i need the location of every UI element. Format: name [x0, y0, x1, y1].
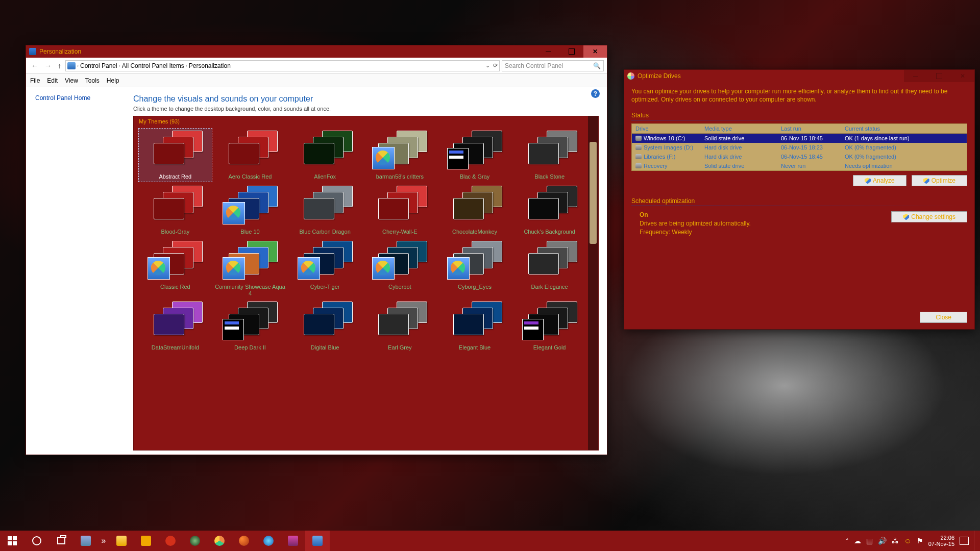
- menu-bar: File Edit View Tools Help: [26, 74, 607, 87]
- theme-item[interactable]: AlienFox: [288, 129, 361, 182]
- theme-item[interactable]: Chuck's Background: [513, 184, 586, 237]
- close-button[interactable]: [951, 70, 974, 82]
- taskbar-overflow[interactable]: »: [98, 531, 109, 551]
- help-icon[interactable]: ?: [591, 89, 600, 98]
- tray-chevron-up-icon[interactable]: ˄: [846, 538, 849, 544]
- taskbar-chrome[interactable]: [207, 531, 232, 551]
- col-drive[interactable]: Drive: [632, 124, 701, 133]
- theme-item[interactable]: Elegant Blue: [438, 299, 511, 353]
- address-bar[interactable]: › Control Panel › All Control Panel Item…: [65, 60, 500, 71]
- analyze-button[interactable]: Analyze: [853, 175, 906, 186]
- cortana-button[interactable]: [24, 531, 49, 551]
- action-center-button[interactable]: [960, 537, 969, 545]
- theme-item[interactable]: Cherry-Wall-E: [363, 184, 436, 237]
- optimize-button[interactable]: Optimize: [912, 175, 967, 186]
- theme-item[interactable]: ChocolateMonkey: [438, 184, 511, 237]
- drive-row[interactable]: System Images (D:)Hard disk drive06-Nov-…: [632, 143, 967, 152]
- task-view-button[interactable]: [49, 531, 74, 551]
- theme-item[interactable]: Deep Dark II: [214, 299, 287, 353]
- intro-text: You can optimize your drives to help you…: [631, 87, 967, 104]
- dropdown-icon[interactable]: ⌄ ⟳: [485, 62, 498, 69]
- theme-item[interactable]: DataStreamUnifold: [139, 299, 212, 353]
- theme-label: Black Stone: [534, 173, 565, 181]
- theme-item[interactable]: Blood-Gray: [139, 184, 212, 237]
- drive-row[interactable]: Windows 10 (C:)Solid state drive06-Nov-1…: [632, 134, 967, 143]
- page-subheading: Click a theme to change the desktop back…: [133, 106, 599, 112]
- menu-file[interactable]: File: [30, 77, 40, 84]
- taskbar-app-pink[interactable]: [281, 531, 305, 551]
- maximize-button[interactable]: [927, 70, 951, 82]
- tray-smiley-icon[interactable]: ☺: [904, 537, 911, 545]
- theme-item[interactable]: Cyberbot: [363, 239, 436, 297]
- up-button[interactable]: ↑: [56, 61, 63, 71]
- back-button[interactable]: ←: [29, 61, 40, 71]
- scrollbar[interactable]: [588, 116, 598, 450]
- menu-view[interactable]: View: [65, 77, 78, 84]
- taskbar-clock[interactable]: 22:06 07-Nov-15: [928, 535, 954, 547]
- search-input[interactable]: Search Control Panel 🔍: [502, 60, 604, 71]
- close-button[interactable]: ✕: [583, 45, 607, 58]
- taskbar-app-orange[interactable]: [134, 531, 158, 551]
- theme-item[interactable]: Elegant Gold: [513, 299, 586, 353]
- taskbar-app-globe[interactable]: [183, 531, 207, 551]
- theme-item[interactable]: Blac & Gray: [438, 129, 511, 182]
- theme-item[interactable]: Dark Elegance: [513, 239, 586, 297]
- menu-help[interactable]: Help: [107, 77, 119, 84]
- taskbar-ccleaner[interactable]: [158, 531, 183, 551]
- breadcrumb-item[interactable]: Control Panel: [80, 62, 117, 69]
- taskbar-file-explorer[interactable]: [109, 531, 134, 551]
- tray-safely-remove-icon[interactable]: ▤: [866, 537, 873, 545]
- theme-item[interactable]: Blue 10: [214, 184, 287, 237]
- theme-item[interactable]: Earl Grey: [363, 299, 436, 353]
- theme-item[interactable]: Black Stone: [513, 129, 586, 182]
- desktop: Personalization ✕ ← → ↑ › Control Panel …: [0, 0, 980, 551]
- theme-item[interactable]: Aero Classic Red: [214, 129, 287, 182]
- start-button[interactable]: [0, 531, 24, 551]
- tray-onedrive-icon[interactable]: ☁: [854, 537, 861, 545]
- drive-row[interactable]: RecoverySolid state driveNever runNeeds …: [632, 161, 967, 170]
- titlebar[interactable]: Personalization ✕: [26, 45, 607, 58]
- theme-label: Blue 10: [240, 229, 259, 236]
- scrollbar-thumb[interactable]: [590, 142, 597, 244]
- tray-flag-icon[interactable]: ⚑: [917, 537, 923, 545]
- theme-label: Earl Grey: [388, 344, 411, 352]
- minimize-button[interactable]: [904, 70, 927, 82]
- themes-pane: My Themes (93) Abstract RedAero Classic …: [133, 116, 599, 450]
- taskbar-recycle-bin[interactable]: [74, 531, 98, 551]
- theme-item[interactable]: Digital Blue: [288, 299, 361, 353]
- theme-item[interactable]: Community Showcase Aqua 4: [214, 239, 287, 297]
- col-media[interactable]: Media type: [701, 124, 777, 133]
- theme-item[interactable]: Cyber-Tiger: [288, 239, 361, 297]
- col-lastrun[interactable]: Last run: [777, 124, 841, 133]
- window-title: Personalization: [39, 48, 81, 55]
- titlebar[interactable]: Optimize Drives: [624, 70, 974, 82]
- maximize-button[interactable]: [560, 45, 583, 58]
- status-section: Status: [631, 112, 967, 120]
- taskbar-ie[interactable]: [256, 531, 281, 551]
- theme-item[interactable]: Blue Carbon Dragon: [288, 184, 361, 237]
- minimize-button[interactable]: [536, 45, 560, 58]
- theme-item[interactable]: Classic Red: [139, 239, 212, 297]
- forward-button[interactable]: →: [42, 61, 54, 71]
- personalization-icon: [29, 48, 36, 55]
- window-optimize-drives: Optimize Drives You can optimize your dr…: [624, 69, 975, 330]
- show-desktop-button[interactable]: [974, 531, 977, 551]
- search-placeholder: Search Control Panel: [505, 62, 563, 69]
- drive-row[interactable]: Libraries (F:)Hard disk drive06-Nov-15 1…: [632, 152, 967, 161]
- breadcrumb-item[interactable]: All Control Panel Items: [122, 62, 184, 69]
- tray-volume-icon[interactable]: 🔊: [878, 537, 887, 545]
- menu-tools[interactable]: Tools: [85, 77, 100, 84]
- close-dialog-button[interactable]: Close: [920, 312, 967, 323]
- search-icon: 🔍: [593, 62, 601, 69]
- col-status[interactable]: Current status: [841, 124, 967, 133]
- change-settings-button[interactable]: Change settings: [891, 211, 967, 222]
- control-panel-home-link[interactable]: Control Panel Home: [35, 94, 90, 102]
- theme-item[interactable]: Abstract Red: [139, 129, 212, 182]
- theme-item[interactable]: barman58's critters: [363, 129, 436, 182]
- taskbar-control-panel-active[interactable]: [305, 531, 330, 551]
- breadcrumb-item[interactable]: Personalization: [189, 62, 231, 69]
- taskbar-firefox[interactable]: [232, 531, 256, 551]
- tray-network-icon[interactable]: 🖧: [892, 537, 899, 545]
- menu-edit[interactable]: Edit: [47, 77, 58, 84]
- theme-item[interactable]: Cyborg_Eyes: [438, 239, 511, 297]
